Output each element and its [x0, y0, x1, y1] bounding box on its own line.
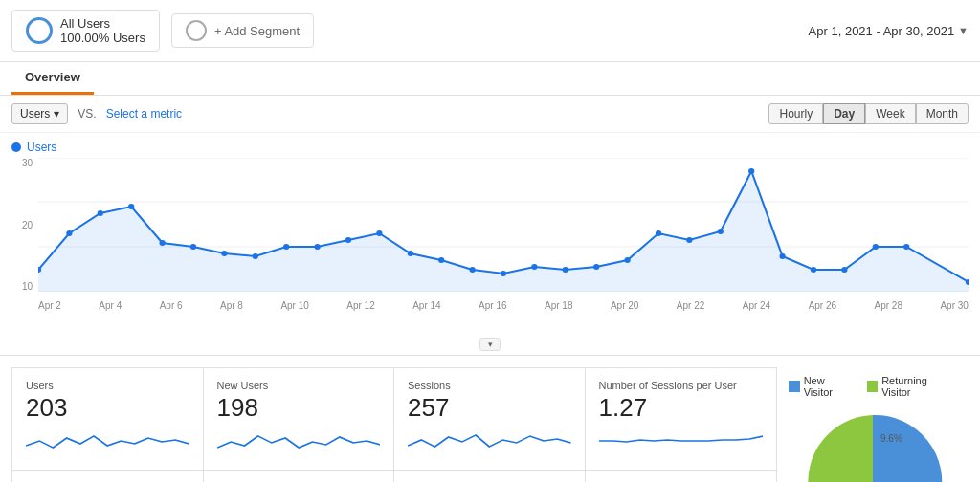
returning-visitor-pct-label: 9.6% [880, 433, 902, 444]
svg-point-31 [841, 267, 847, 273]
add-segment-button[interactable]: + Add Segment [171, 13, 314, 48]
metric-card-sessions-per-user: Number of Sessions per User 1.27 [586, 368, 777, 471]
svg-point-25 [656, 230, 661, 236]
time-btn-week[interactable]: Week [865, 103, 915, 124]
svg-point-18 [438, 257, 444, 263]
svg-point-21 [531, 264, 537, 270]
top-bar: All Users 100.00% Users + Add Segment Ap… [0, 0, 980, 62]
svg-point-14 [314, 244, 320, 250]
chart-container: 30 20 10 [11, 158, 969, 311]
mini-chart-sessions-per-user [599, 427, 764, 455]
mini-chart-users [26, 427, 189, 455]
date-range-text: Apr 1, 2021 - Apr 30, 2021 [809, 24, 955, 38]
collapse-button[interactable]: ▾ [479, 338, 501, 351]
metrics-section: Users 203 New Users 198 Sessions 257 Num… [0, 356, 980, 482]
segment-sub: 100.00% Users [60, 31, 145, 45]
returning-visitor-legend: Returning Visitor [867, 375, 958, 398]
new-visitor-label: New Visitor [804, 375, 856, 398]
svg-point-16 [376, 230, 382, 236]
svg-point-7 [98, 210, 103, 216]
svg-point-8 [128, 204, 134, 209]
svg-point-26 [686, 237, 692, 243]
svg-point-20 [501, 271, 506, 276]
metric-value-sessions-per-user: 1.27 [599, 393, 764, 423]
svg-point-28 [748, 168, 754, 174]
collapse-bar: ▾ [0, 334, 980, 356]
metric-value-sessions: 257 [408, 393, 571, 423]
all-users-segment[interactable]: All Users 100.00% Users [11, 10, 160, 52]
dropdown-arrow-icon: ▾ [54, 107, 59, 120]
time-buttons: Hourly Day Week Month [768, 103, 969, 124]
metric-value-new-users: 198 [217, 393, 381, 423]
svg-point-12 [253, 253, 258, 259]
segment-name: All Users [60, 16, 145, 31]
metric-label-users: Users [26, 380, 189, 391]
metrics-grid: Users 203 New Users 198 Sessions 257 Num… [11, 367, 777, 482]
returning-visitor-label: Returning Visitor [881, 375, 957, 398]
metric-card-pageviews: Pageviews 368 [12, 471, 204, 482]
svg-point-6 [66, 230, 72, 236]
segment-circle-icon [26, 17, 53, 44]
pie-container: 90.4% 9.6% [789, 405, 957, 482]
metric-card-sessions: Sessions 257 [394, 368, 586, 471]
overview-tab-button[interactable]: Overview [11, 62, 94, 95]
time-btn-month[interactable]: Month [916, 103, 969, 124]
metric-card-users: Users 203 [12, 368, 204, 471]
metric-card-new-users: New Users 198 [204, 368, 395, 471]
returning-visitor-color-swatch [867, 381, 879, 392]
line-chart-svg [38, 158, 969, 292]
svg-point-27 [718, 229, 724, 234]
svg-point-22 [563, 267, 568, 273]
date-range-arrow-icon: ▼ [958, 25, 969, 36]
vs-label: VS. [78, 107, 96, 120]
svg-point-29 [779, 253, 785, 259]
metric-label-sessions-per-user: Number of Sessions per User [599, 380, 764, 391]
svg-point-15 [345, 237, 351, 243]
chart-controls: Users ▾ VS. Select a metric Hourly Day W… [0, 96, 980, 133]
svg-point-32 [873, 244, 879, 250]
overview-tab-bar: Overview [0, 62, 980, 96]
svg-point-9 [159, 240, 165, 246]
svg-point-11 [221, 251, 227, 256]
new-visitor-legend: New Visitor [789, 375, 856, 398]
date-range[interactable]: Apr 1, 2021 - Apr 30, 2021 ▼ [809, 24, 969, 38]
svg-point-19 [469, 267, 475, 273]
svg-point-17 [408, 251, 413, 256]
mini-chart-new-users [217, 427, 381, 455]
metric-dropdown[interactable]: Users ▾ [11, 103, 68, 124]
chart-svg-area [38, 158, 969, 292]
svg-point-30 [811, 267, 816, 273]
chart-legend-label: Users [27, 141, 56, 154]
metric-card-avg-duration: Avg. Session Duration 00:01:00 [394, 471, 586, 482]
time-btn-day[interactable]: Day [823, 103, 865, 124]
metric-label-sessions: Sessions [408, 380, 571, 391]
pie-legend: New Visitor Returning Visitor [789, 375, 957, 398]
y-axis: 30 20 10 [11, 158, 33, 292]
legend-dot-icon [11, 142, 21, 152]
svg-point-24 [624, 257, 630, 263]
svg-point-23 [593, 264, 599, 270]
time-btn-hourly[interactable]: Hourly [768, 103, 823, 124]
add-segment-label: + Add Segment [214, 24, 300, 38]
metric-dropdown-label: Users [20, 107, 50, 120]
pie-section: New Visitor Returning Visitor 90.4% [777, 367, 969, 482]
metric-card-pages-session: Pages / Session 1.43 [204, 471, 395, 482]
add-segment-circle-icon [186, 20, 207, 41]
chart-area: Users 30 20 10 [0, 133, 980, 334]
svg-point-13 [283, 244, 289, 250]
select-metric-link[interactable]: Select a metric [106, 107, 182, 120]
chart-legend: Users [11, 141, 969, 154]
metric-value-users: 203 [26, 393, 189, 423]
svg-point-33 [903, 244, 909, 250]
mini-chart-sessions [408, 427, 571, 455]
pie-chart-svg: 90.4% 9.6% [796, 405, 949, 482]
metric-label-new-users: New Users [217, 380, 381, 391]
new-visitor-color-swatch [789, 381, 800, 392]
metric-card-bounce-rate: Bounce Rate 83.27% [586, 471, 777, 482]
x-axis: Apr 2 Apr 4 Apr 6 Apr 8 Apr 10 Apr 12 Ap… [38, 300, 969, 311]
svg-point-10 [190, 244, 196, 250]
